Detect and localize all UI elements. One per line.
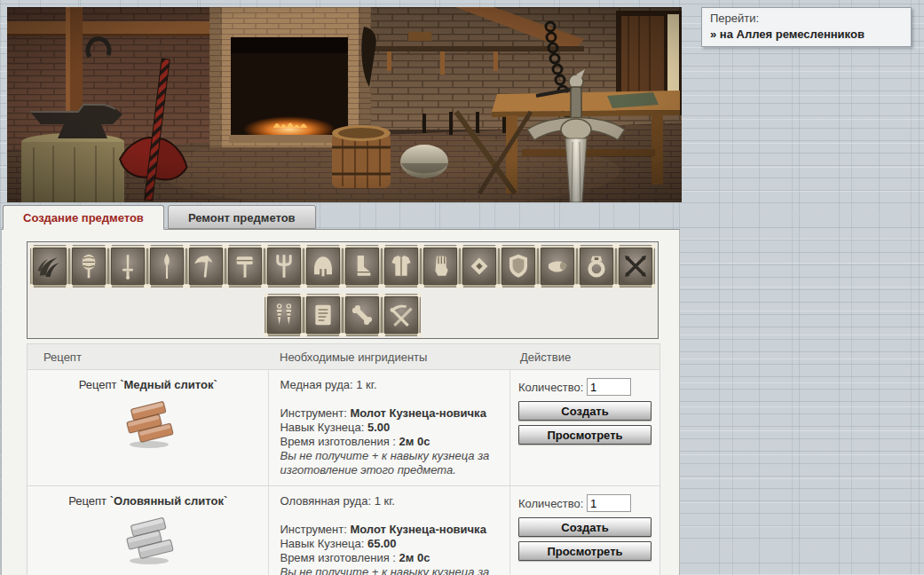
category-picks-icon[interactable] (382, 294, 421, 336)
category-mace-icon[interactable] (69, 245, 108, 288)
create-button[interactable]: Создать (518, 401, 652, 421)
ingredient-line: Медная руда: 1 кг. (280, 378, 499, 392)
category-crossed-arrows-icon[interactable] (616, 245, 655, 288)
recipe-row-copper-ingot: Рецепт `Медный слиток` (28, 370, 659, 486)
category-armor-icon[interactable] (382, 245, 421, 288)
tab-repair-items[interactable]: Ремонт предметов (168, 205, 316, 229)
header-recipe: Рецепт (28, 351, 269, 364)
recipe-cell: Рецепт `Медный слиток` (28, 370, 268, 485)
time-line: Время изготовления : 2м 0с (280, 551, 499, 565)
quantity-input[interactable] (587, 494, 631, 512)
recipe-title: Рецепт `Медный слиток` (28, 378, 268, 391)
category-earrings-icon[interactable] (265, 294, 304, 336)
category-icon-row-1 (30, 245, 655, 288)
craft-category-box (27, 241, 659, 339)
tool-line: Инструмент: Молот Кузнеца-новичка (280, 523, 499, 537)
goto-box: Перейти: » на Аллея ремесленников (701, 7, 912, 47)
recipe-title: Рецепт `Оловянный слиток` (28, 494, 268, 508)
category-amulet-icon[interactable] (460, 245, 499, 288)
forge-banner-image (7, 7, 682, 202)
recipe-table-header: Рецепт Необходимые ингридиенты Действие (28, 344, 659, 370)
quantity-line: Количество: (518, 494, 652, 512)
category-bracers-icon[interactable] (538, 245, 577, 288)
recipe-row-tin-ingot: Рецепт `Оловянный слиток` (28, 486, 659, 575)
action-cell: Количество: Создать Просмотреть (510, 370, 659, 485)
category-sword-icon[interactable] (108, 245, 147, 288)
skill-note: Вы не получите + к навыку кузнеца за изг… (280, 449, 499, 477)
skill-note: Вы не получите + к навыку кузнеца за изг… (280, 565, 499, 575)
goto-link-craftsmen-alley[interactable]: » на Аллея ремесленников (710, 28, 903, 41)
time-value: 2м 0с (399, 435, 430, 448)
category-gloves-icon[interactable] (421, 245, 460, 288)
recipe-table: Рецепт Необходимые ингридиенты Действие … (27, 343, 660, 575)
ingredient-line: Оловянная руда: 1 кг. (280, 494, 499, 508)
category-bone-icon[interactable] (343, 294, 382, 336)
category-axe-icon[interactable] (186, 245, 225, 288)
quantity-input[interactable] (587, 378, 631, 396)
create-button[interactable]: Создать (518, 517, 652, 537)
tool-name: Молот Кузнеца-новичка (350, 523, 486, 536)
skill-value: 5.00 (367, 421, 390, 434)
category-trident-icon[interactable] (265, 245, 304, 288)
view-button[interactable]: Просмотреть (518, 425, 652, 445)
skill-line: Навык Кузнеца: 65.00 (280, 537, 499, 551)
tin-ingot-image (121, 516, 176, 569)
view-button[interactable]: Просмотреть (518, 541, 652, 561)
category-helmet-icon[interactable] (304, 245, 343, 288)
time-line: Время изготовления : 2м 0с (280, 435, 499, 449)
ingredients-cell: Оловянная руда: 1 кг. Инструмент: Молот … (268, 486, 510, 575)
tab-create-items[interactable]: Создание предметов (3, 205, 164, 230)
category-hammer-icon[interactable] (225, 245, 265, 288)
category-spear-icon[interactable] (147, 245, 186, 288)
quantity-line: Количество: (518, 378, 652, 396)
skill-line: Навык Кузнеца: 5.00 (280, 421, 499, 435)
category-scroll-icon[interactable] (304, 294, 343, 336)
category-ring-icon[interactable] (577, 245, 616, 288)
category-claws-icon[interactable] (30, 245, 69, 288)
category-boots-icon[interactable] (343, 245, 382, 288)
recipe-cell: Рецепт `Оловянный слиток` (28, 486, 268, 575)
craft-panel: Рецепт Необходимые ингридиенты Действие … (1, 229, 680, 575)
goto-title: Перейти: (710, 12, 903, 25)
copper-ingot-image (121, 400, 176, 453)
tool-line: Инструмент: Молот Кузнеца-новичка (280, 406, 499, 421)
tab-bar: Создание предметов Ремонт предметов (3, 205, 316, 230)
header-action: Действие (511, 351, 659, 364)
skill-value: 65.00 (367, 537, 397, 550)
category-shield-icon[interactable] (499, 245, 538, 288)
tool-name: Молот Кузнеца-новичка (350, 406, 486, 420)
ingredients-cell: Медная руда: 1 кг. Инструмент: Молот Куз… (268, 370, 510, 485)
category-icon-row-2 (265, 294, 421, 336)
action-cell: Количество: Создать Просмотреть (510, 486, 659, 575)
time-value: 2м 0с (399, 551, 430, 564)
header-ingredients: Необходимые ингридиенты (269, 351, 511, 364)
